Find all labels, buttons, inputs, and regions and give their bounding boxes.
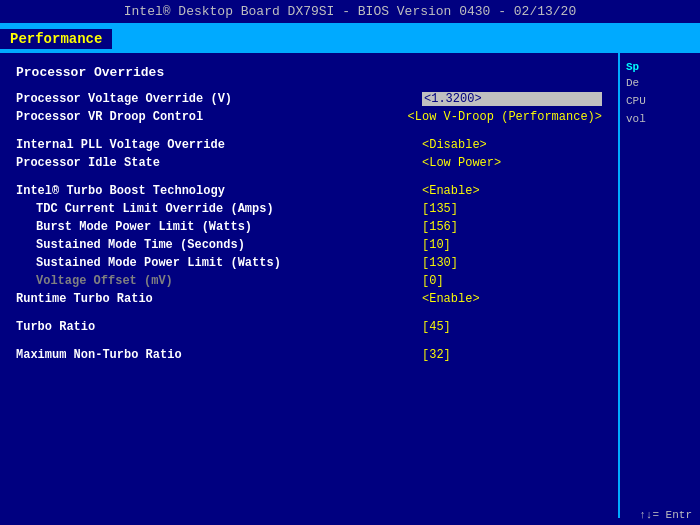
setting-row[interactable]: TDC Current Limit Override (Amps)[135] xyxy=(16,202,602,216)
right-panel-title: Sp xyxy=(626,61,694,73)
setting-value: <Enable> xyxy=(422,184,602,198)
setting-label: Processor Voltage Override (V) xyxy=(16,92,422,106)
setting-value: [32] xyxy=(422,348,602,362)
setting-label: TDC Current Limit Override (Amps) xyxy=(16,202,422,216)
left-panel: Processor Overrides Processor Voltage Ov… xyxy=(0,53,620,518)
setting-row[interactable]: Maximum Non-Turbo Ratio[32] xyxy=(16,348,602,362)
setting-value: <1.3200> xyxy=(422,92,602,106)
setting-value: [156] xyxy=(422,220,602,234)
section-title: Processor Overrides xyxy=(16,65,602,80)
setting-label: Burst Mode Power Limit (Watts) xyxy=(16,220,422,234)
right-panel-items: DeCPUvol xyxy=(626,77,694,125)
setting-row[interactable]: Processor VR Droop Control<Low V-Droop (… xyxy=(16,110,602,124)
title-text: Intel® Desktop Board DX79SI - BIOS Versi… xyxy=(124,4,576,19)
setting-value: <Enable> xyxy=(422,292,602,306)
setting-value: [10] xyxy=(422,238,602,252)
setting-row[interactable]: Voltage Offset (mV)[0] xyxy=(16,274,602,288)
spacer xyxy=(16,310,602,320)
setting-row[interactable]: Processor Idle State<Low Power> xyxy=(16,156,602,170)
setting-value: <Disable> xyxy=(422,138,602,152)
setting-row[interactable]: Sustained Mode Power Limit (Watts)[130] xyxy=(16,256,602,270)
setting-value: [135] xyxy=(422,202,602,216)
right-panel-item: vol xyxy=(626,113,694,125)
setting-value: [0] xyxy=(422,274,602,288)
settings-container: Processor Voltage Override (V)<1.3200>Pr… xyxy=(16,92,602,362)
setting-value: <Low Power> xyxy=(422,156,602,170)
setting-row[interactable]: Turbo Ratio[45] xyxy=(16,320,602,334)
setting-label: Processor Idle State xyxy=(16,156,422,170)
tab-performance[interactable]: Performance xyxy=(0,29,112,49)
nav-hint: ↑↓= Entr xyxy=(639,509,692,521)
setting-label: Internal PLL Voltage Override xyxy=(16,138,422,152)
setting-label: Sustained Mode Time (Seconds) xyxy=(16,238,422,252)
setting-label: Processor VR Droop Control xyxy=(16,110,408,124)
setting-row[interactable]: Processor Voltage Override (V)<1.3200> xyxy=(16,92,602,106)
right-panel: Sp DeCPUvol xyxy=(620,53,700,518)
setting-row[interactable]: Sustained Mode Time (Seconds)[10] xyxy=(16,238,602,252)
setting-label: Maximum Non-Turbo Ratio xyxy=(16,348,422,362)
spacer xyxy=(16,338,602,348)
setting-value: [45] xyxy=(422,320,602,334)
right-panel-item: De xyxy=(626,77,694,89)
setting-label: Runtime Turbo Ratio xyxy=(16,292,422,306)
setting-label: Sustained Mode Power Limit (Watts) xyxy=(16,256,422,270)
spacer xyxy=(16,174,602,184)
right-panel-item: CPU xyxy=(626,95,694,107)
bottom-bar: ↑↓= Entr xyxy=(631,505,700,525)
setting-row[interactable]: Burst Mode Power Limit (Watts)[156] xyxy=(16,220,602,234)
setting-row[interactable]: Runtime Turbo Ratio<Enable> xyxy=(16,292,602,306)
setting-label: Voltage Offset (mV) xyxy=(16,274,422,288)
setting-value: [130] xyxy=(422,256,602,270)
setting-value: <Low V-Droop (Performance)> xyxy=(408,110,602,124)
setting-label: Intel® Turbo Boost Technology xyxy=(16,184,422,198)
setting-row[interactable]: Internal PLL Voltage Override<Disable> xyxy=(16,138,602,152)
main-content: Processor Overrides Processor Voltage Ov… xyxy=(0,53,700,518)
tab-bar: Performance xyxy=(0,25,700,53)
setting-label: Turbo Ratio xyxy=(16,320,422,334)
title-bar: Intel® Desktop Board DX79SI - BIOS Versi… xyxy=(0,0,700,25)
spacer xyxy=(16,128,602,138)
setting-row[interactable]: Intel® Turbo Boost Technology<Enable> xyxy=(16,184,602,198)
